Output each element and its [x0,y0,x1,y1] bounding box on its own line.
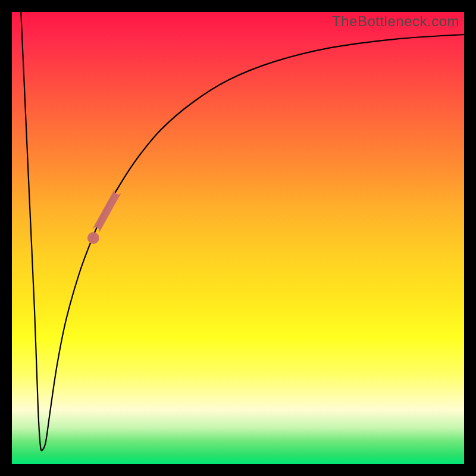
highlight-capsule [92,189,121,233]
bottleneck-curve [21,12,464,450]
highlight-dot [87,232,99,244]
chart-frame: TheBottleneck.com [0,0,476,476]
highlight-region [87,189,121,244]
bottleneck-curve-plot [12,12,464,464]
